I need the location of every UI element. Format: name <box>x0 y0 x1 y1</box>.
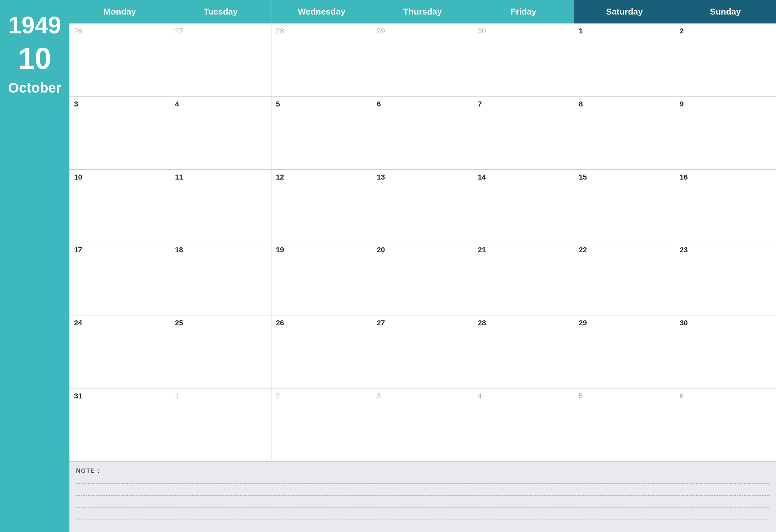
calendar-container: 1949 10 October Monday Tuesday Wednesday… <box>0 0 776 532</box>
day-cell: 25 <box>170 316 271 388</box>
day-cell: 19 <box>271 242 372 315</box>
day-cell: 5 <box>271 97 372 169</box>
day-headers-row: Monday Tuesday Wednesday Thursday Friday… <box>69 0 776 23</box>
day-cell: 1 <box>170 388 271 461</box>
note-line-3 <box>76 502 769 508</box>
day-cell: 26 <box>69 23 170 96</box>
day-cell: 23 <box>675 242 776 315</box>
day-cell: 29 <box>372 23 473 96</box>
note-line-2 <box>76 490 769 496</box>
day-cell: 17 <box>69 242 170 315</box>
day-cell: 15 <box>574 170 675 242</box>
day-cell: 27 <box>372 316 473 388</box>
week-row-2: 3 4 5 6 7 8 9 <box>69 97 776 170</box>
day-cell: 30 <box>675 316 776 388</box>
day-cell: 28 <box>473 316 574 388</box>
header-friday: Friday <box>473 0 574 23</box>
header-monday: Monday <box>69 0 170 23</box>
week-row-6: 31 1 2 3 4 5 6 <box>69 388 776 462</box>
day-cell: 16 <box>675 170 776 242</box>
notes-section: NOTE : <box>69 462 776 532</box>
day-cell: 2 <box>271 388 372 461</box>
header-tuesday: Tuesday <box>170 0 271 23</box>
day-cell: 21 <box>473 242 574 315</box>
day-cell: 6 <box>372 97 473 169</box>
week-row-5: 24 25 26 27 28 29 30 <box>69 316 776 388</box>
calendar-sidebar: 1949 10 October <box>0 0 69 532</box>
day-cell: 12 <box>271 170 372 242</box>
day-cell: 9 <box>675 97 776 169</box>
day-cell: 8 <box>574 97 675 169</box>
day-cell: 27 <box>170 23 271 96</box>
day-cell: 4 <box>473 388 574 461</box>
day-cell: 30 <box>473 23 574 96</box>
day-cell: 7 <box>473 97 574 169</box>
week-row-3: 10 11 12 13 14 15 16 <box>69 170 776 243</box>
header-saturday: Saturday <box>574 0 675 23</box>
calendar-main: Monday Tuesday Wednesday Thursday Friday… <box>69 0 776 532</box>
day-cell: 18 <box>170 242 271 315</box>
day-cell: 11 <box>170 170 271 242</box>
week-row-4: 17 18 19 20 21 22 23 <box>69 242 776 316</box>
day-cell: 29 <box>574 316 675 388</box>
day-cell: 24 <box>69 316 170 388</box>
header-thursday: Thursday <box>372 0 473 23</box>
note-line-1 <box>76 478 769 484</box>
header-sunday: Sunday <box>675 0 776 23</box>
month-name-display: October <box>8 80 61 96</box>
day-cell: 22 <box>574 242 675 315</box>
day-cell: 20 <box>372 242 473 315</box>
day-cell: 13 <box>372 170 473 242</box>
day-cell: 3 <box>69 97 170 169</box>
month-number-display: 10 <box>18 44 51 73</box>
day-cell: 3 <box>372 388 473 461</box>
day-cell: 6 <box>675 388 776 461</box>
day-cell: 1 <box>574 23 675 96</box>
weeks-container: 26 27 28 29 30 1 2 3 4 5 6 7 8 9 <box>69 23 776 462</box>
day-cell: 14 <box>473 170 574 242</box>
day-cell: 4 <box>170 97 271 169</box>
note-line-4 <box>76 514 769 519</box>
day-cell: 2 <box>675 23 776 96</box>
year-display: 1949 <box>8 13 61 37</box>
calendar-grid: Monday Tuesday Wednesday Thursday Friday… <box>69 0 776 462</box>
week-row-1: 26 27 28 29 30 1 2 <box>69 23 776 97</box>
header-wednesday: Wednesday <box>271 0 372 23</box>
day-cell: 28 <box>271 23 372 96</box>
day-cell: 31 <box>69 388 170 461</box>
day-cell: 5 <box>574 388 675 461</box>
day-cell: 10 <box>69 170 170 242</box>
day-cell: 26 <box>271 316 372 388</box>
note-label: NOTE : <box>76 468 769 475</box>
